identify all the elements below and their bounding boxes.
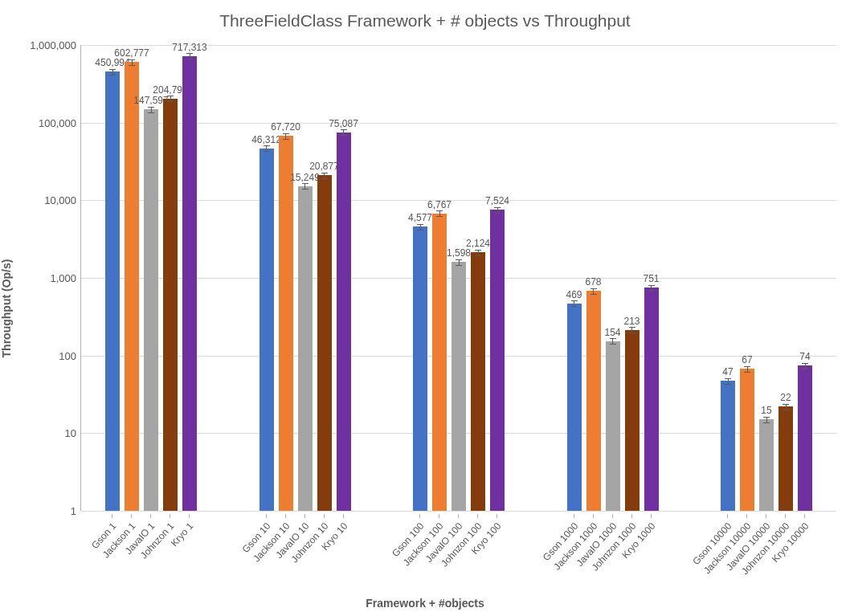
bar-kryo-10: [337, 133, 351, 511]
bar-value-label: 20,877: [309, 161, 339, 172]
error-bar: [747, 366, 748, 372]
error-bar: [497, 207, 498, 213]
x-tick-mark: [324, 514, 325, 518]
error-cap: [129, 59, 135, 60]
bar-value-label: 67: [742, 354, 752, 365]
y-tick-label: 10: [65, 427, 81, 439]
bar-johnzon-10000: [778, 406, 793, 511]
error-cap: [109, 69, 116, 70]
x-tick-mark: [343, 514, 344, 518]
x-tick-mark: [304, 514, 305, 518]
error-cap: [725, 378, 731, 379]
bar-value-label: 67,720: [271, 121, 300, 133]
error-cap: [571, 306, 578, 307]
x-tick-mark: [189, 514, 190, 518]
x-tick-mark: [766, 514, 766, 518]
error-cap: [456, 259, 462, 260]
error-bar: [459, 259, 460, 265]
error-bar: [574, 300, 574, 306]
error-cap: [571, 300, 578, 301]
bar-gson-1: [105, 71, 120, 511]
x-tick-mark: [439, 514, 439, 518]
error-cap: [417, 230, 423, 230]
bar-johnzon-1: [163, 99, 178, 511]
y-axis-title: Throughput (Op/s): [0, 259, 13, 357]
bar-value-label: 6,767: [427, 199, 452, 210]
error-bar: [266, 145, 267, 151]
bar-value-label: 751: [643, 273, 659, 284]
x-tick-mark: [285, 514, 286, 518]
error-cap: [417, 224, 423, 225]
bar-javaio-10: [298, 186, 313, 511]
x-tick-mark: [112, 514, 112, 518]
bar-kryo-1: [182, 56, 197, 511]
x-tick-mark: [170, 514, 170, 518]
error-bar: [420, 224, 421, 230]
error-cap: [167, 96, 174, 96]
error-bar: [132, 59, 133, 65]
error-cap: [302, 183, 309, 184]
bar-value-label: 4,577: [408, 212, 432, 223]
bar-value-label: 1,598: [447, 247, 471, 259]
error-bar: [728, 378, 729, 384]
error-cap: [802, 363, 808, 364]
bar-gson-1000: [567, 304, 582, 511]
error-cap: [494, 213, 501, 214]
error-cap: [436, 210, 443, 211]
error-cap: [321, 178, 328, 179]
error-cap: [610, 344, 616, 345]
error-cap: [264, 151, 270, 152]
bar-johnzon-1000: [625, 330, 640, 511]
error-bar: [593, 288, 594, 294]
bar-value-label: 46,312: [251, 134, 281, 145]
y-tick-label: 1,000,000: [30, 39, 81, 51]
bar-value-label: 678: [585, 276, 601, 288]
error-cap: [783, 404, 789, 405]
bar-jackson-1: [125, 62, 139, 511]
x-tick-mark: [477, 514, 478, 518]
bar-kryo-10000: [798, 365, 812, 511]
error-cap: [610, 338, 616, 339]
x-tick-mark: [150, 514, 151, 518]
error-cap: [109, 75, 116, 75]
error-cap: [744, 366, 750, 367]
x-tick-mark: [458, 514, 459, 518]
bar-value-label: 22: [780, 392, 791, 403]
bar-gson-10000: [721, 381, 735, 511]
bar-jackson-10000: [740, 369, 754, 511]
bar-javaio-1000: [606, 341, 620, 511]
error-cap: [802, 369, 808, 369]
chart-container: ThreeFieldClass Framework + # objects vs…: [0, 0, 850, 616]
bar-value-label: 15: [761, 405, 771, 416]
error-bar: [805, 363, 806, 369]
error-bar: [439, 210, 440, 216]
x-tick-mark: [593, 514, 594, 518]
bar-value-label: 2,124: [466, 238, 490, 249]
x-tick-mark: [804, 514, 805, 518]
error-cap: [648, 291, 655, 292]
error-bar: [170, 96, 171, 101]
bar-value-label: 213: [623, 316, 640, 327]
error-bar: [766, 417, 767, 422]
bar-javaio-10000: [759, 419, 774, 511]
error-cap: [341, 135, 347, 136]
bar-gson-10: [259, 149, 274, 511]
x-tick-mark: [651, 514, 652, 518]
error-cap: [302, 189, 309, 190]
y-tick-label: 100,000: [39, 116, 81, 129]
bar-kryo-100: [490, 210, 505, 511]
bar-jackson-1000: [586, 291, 601, 511]
bar-value-label: 717,313: [172, 42, 206, 53]
x-tick-mark: [727, 514, 728, 518]
x-tick-mark: [419, 514, 420, 518]
error-bar: [285, 133, 286, 139]
error-cap: [264, 145, 270, 146]
x-tick-mark: [631, 514, 632, 518]
x-tick-mark: [497, 514, 497, 518]
error-bar: [304, 183, 305, 189]
error-cap: [475, 250, 481, 251]
x-tick-mark: [612, 514, 613, 518]
error-cap: [283, 139, 289, 140]
error-cap: [341, 129, 347, 130]
error-cap: [591, 294, 597, 295]
